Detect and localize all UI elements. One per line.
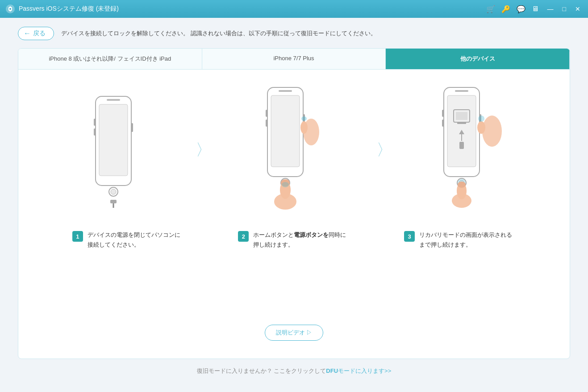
titlebar-left: Passvers iOSシステム修復 (未登録)	[5, 4, 119, 14]
svg-point-25	[300, 121, 308, 134]
arrow2: 〉	[371, 142, 398, 158]
svg-rect-3	[99, 104, 128, 176]
step-labels: 1 デバイスの電源を閉じてパソコンに接続してください。 2 ホームボタンと電源ボ…	[36, 230, 552, 250]
video-button[interactable]: 説明ビデオ ▷	[265, 325, 324, 341]
bottom-link: 復旧モードに入りませんか？ ここをクリックしてDFUモードに入ります>>	[18, 359, 570, 383]
app-logo-icon	[5, 4, 15, 14]
tab-other-devices[interactable]: 他のデバイス	[386, 49, 570, 69]
tab-iphone7[interactable]: iPhone 7/7 Plus	[202, 49, 386, 69]
arrow1: 〉	[190, 142, 217, 158]
svg-rect-13	[271, 95, 300, 167]
bottom-link-suffix: モードに入ります>>	[338, 367, 391, 374]
chevron-right-icon1: 〉	[196, 142, 212, 158]
svg-point-1	[9, 8, 11, 10]
main-content: ← 戻る デバイスを接続してロックを解除してください。 認識されない場合は、以下…	[0, 18, 588, 392]
svg-point-47	[478, 116, 484, 122]
svg-rect-18	[266, 110, 267, 117]
illustrations-row: 〉	[36, 83, 552, 217]
instruction-text: デバイスを接続してロックを解除してください。 認識されない場合は、以下の手順に従…	[61, 29, 376, 38]
step1-item: 1 デバイスの電源を閉じてパソコンに接続してください。	[72, 230, 184, 250]
dfu-mode-link[interactable]: DFUモードに入ります>>	[326, 367, 391, 374]
app-title: Passvers iOSシステム修復 (未登録)	[19, 5, 119, 13]
chevron-right-icon2: 〉	[376, 142, 392, 158]
phone-step1-svg	[82, 92, 145, 208]
bottom-link-prefix: 復旧モードに入りませんか？ ここをクリックして	[197, 367, 326, 374]
titlebar-icons: 🛒 🔑 💬 🖥	[486, 5, 539, 13]
step1-text: デバイスの電源を閉じてパソコンに接続してください。	[88, 230, 184, 250]
svg-point-45	[482, 116, 502, 147]
svg-rect-34	[459, 142, 464, 149]
step3-text: リカバリモードの画面が表示されるまで押し続けます。	[419, 230, 516, 250]
step2-number: 2	[238, 231, 249, 242]
svg-point-6	[111, 189, 116, 194]
step3-item: 3 リカバリモードの画面が表示されるまで押し続けます。	[404, 230, 516, 250]
svg-rect-4	[107, 99, 120, 101]
key-icon[interactable]: 🔑	[501, 5, 510, 13]
video-btn-area: 説明ビデオ ▷	[265, 316, 324, 350]
chat-icon[interactable]: 💬	[517, 5, 525, 13]
video-button-label: 説明ビデオ ▷	[276, 329, 313, 337]
minimize-button[interactable]: —	[545, 4, 556, 13]
tab-bar: iPhone 8 或いはそれ以降/ フェイスID付き iPad iPhone 7…	[18, 49, 570, 70]
svg-rect-19	[266, 120, 267, 127]
titlebar: Passvers iOSシステム修復 (未登録) 🛒 🔑 💬 🖥 — □ ✕	[0, 0, 588, 18]
svg-rect-7	[110, 200, 117, 203]
cart-icon[interactable]: 🛒	[486, 5, 495, 13]
instruction-bar: ← 戻る デバイスを接続してロックを解除してください。 認識されない場合は、以下…	[18, 27, 570, 40]
back-button[interactable]: ← 戻る	[18, 27, 54, 40]
svg-rect-41	[442, 120, 444, 127]
back-button-label: 戻る	[33, 29, 46, 37]
monitor-icon[interactable]: 🖥	[532, 5, 539, 13]
svg-rect-10	[94, 119, 96, 126]
step2-item: 2 ホームボタンと電源ボタンを同時に押し続けます。	[238, 230, 350, 250]
main-card: iPhone 8 或いはそれ以降/ フェイスID付き iPad iPhone 7…	[18, 48, 570, 359]
svg-point-26	[301, 116, 307, 121]
close-button[interactable]: ✕	[573, 4, 583, 13]
svg-point-23	[282, 182, 289, 187]
window-controls: — □ ✕	[545, 4, 583, 13]
svg-point-44	[458, 182, 466, 188]
maximize-button[interactable]: □	[560, 4, 568, 13]
svg-rect-40	[442, 110, 444, 117]
svg-rect-11	[94, 128, 96, 136]
phone-step2-svg	[254, 83, 334, 217]
phone-step3-svg	[430, 83, 520, 217]
svg-rect-31	[457, 122, 466, 124]
svg-rect-9	[131, 123, 133, 132]
svg-rect-14	[279, 90, 292, 92]
svg-rect-30	[456, 112, 467, 120]
step2-text: ホームボタンと電源ボタンを同時に押し続けます。	[253, 230, 350, 250]
steps-area: 〉	[18, 70, 570, 359]
step3-number: 3	[404, 231, 415, 242]
tab-iphone8[interactable]: iPhone 8 或いはそれ以降/ フェイスID付き iPad	[18, 49, 202, 69]
step3-illustration	[398, 83, 552, 217]
svg-rect-35	[455, 90, 468, 92]
step1-illustration	[36, 92, 190, 208]
svg-point-46	[477, 121, 485, 134]
back-arrow-icon: ←	[24, 29, 31, 37]
step1-number: 1	[72, 231, 83, 242]
step2-illustration	[217, 83, 371, 217]
dfu-bold: DFU	[326, 367, 338, 374]
